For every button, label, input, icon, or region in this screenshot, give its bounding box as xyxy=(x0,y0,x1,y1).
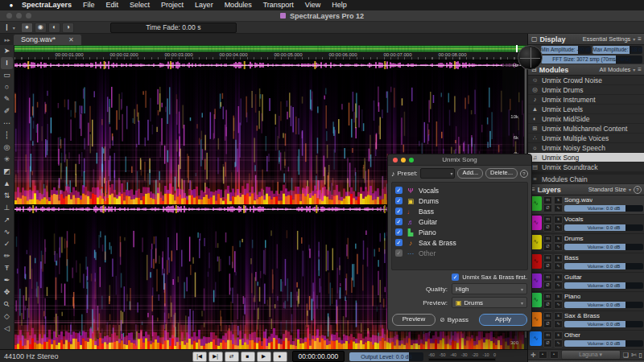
stem-row-sax-brass[interactable]: ✓♪Sax & Brass xyxy=(395,237,524,248)
harmonics-selection-tool[interactable]: ✳ xyxy=(1,154,13,166)
playback-tool[interactable]: ◁ xyxy=(1,323,13,335)
quality-select[interactable]: High ▾ xyxy=(452,283,527,294)
phase-button[interactable]: Ø xyxy=(543,262,552,270)
volume-slider[interactable]: Volume: 0.0 dB xyxy=(564,321,643,327)
layer-row-bass[interactable]: ∿msBassØ∿Volume: 0.0 dB xyxy=(528,253,644,273)
display-preset-select[interactable]: Essential Settings xyxy=(583,35,631,43)
eyedropper-tool[interactable]: ✒ xyxy=(1,274,13,286)
modules-menu-icon[interactable]: ≡ xyxy=(638,66,642,73)
mute-button[interactable]: m xyxy=(543,216,552,224)
menu-project[interactable]: Project xyxy=(155,0,189,10)
phase-button[interactable]: Ø xyxy=(543,320,552,328)
stem-checkbox-sax-brass[interactable]: ✓ xyxy=(395,239,402,246)
mute-button[interactable]: m xyxy=(543,196,552,204)
volume-slider[interactable]: Volume: 0.0 dB xyxy=(564,340,643,347)
waveform-left[interactable] xyxy=(14,60,527,70)
volume-slider[interactable]: Volume: 0.0 dB xyxy=(564,244,643,250)
envelope-button[interactable]: ∿ xyxy=(554,204,563,212)
envelope-button[interactable]: ∿ xyxy=(554,320,563,328)
volume-slider[interactable]: Volume: 0.0 dB xyxy=(564,263,643,269)
frequency-selection-tool[interactable]: ◎ xyxy=(1,142,13,154)
subtract-selection-mode[interactable]: ◐ xyxy=(48,23,60,33)
dialog-window-controls[interactable] xyxy=(393,158,414,162)
layers-panel-header[interactable]: ≡ Layers Standard Size ▾ ? xyxy=(528,184,644,195)
bypass-button[interactable]: ⊘ Bypass xyxy=(440,316,469,323)
colormap-select[interactable]: Laguna ▾ xyxy=(561,350,621,360)
envelope-button[interactable]: ∿ xyxy=(554,282,563,290)
fft-size-slider[interactable]: FFT Size: 3072 smp (70ms/14Hz) xyxy=(541,56,642,64)
overview-bar[interactable] xyxy=(14,45,527,52)
layers-size-select[interactable]: Standard Size xyxy=(588,186,626,193)
envelope-button[interactable]: ∿ xyxy=(554,339,563,348)
go-to-start-button[interactable]: |◀ xyxy=(192,352,207,362)
preset-select[interactable]: ▾ xyxy=(420,168,456,179)
unmix-first-checkbox[interactable]: ✓ xyxy=(452,274,459,281)
stem-checkbox-drums[interactable]: ✓ xyxy=(395,197,402,204)
new-layer-icon[interactable]: ❏ xyxy=(623,352,629,359)
stem-row-other[interactable]: ✓···Other xyxy=(395,248,524,258)
menu-layer[interactable]: Layer xyxy=(189,0,219,10)
volume-slider[interactable]: Volume: 0.0 dB xyxy=(564,302,643,308)
modules-panel-header[interactable]: ⊟ Modules All Modules ▾ ≡ xyxy=(528,64,644,76)
layer-row-drums[interactable]: ∿msDrumsØ∿Volume: 0.0 dB xyxy=(528,234,644,253)
module-item-unmix-instrument[interactable]: ♪Unmix Instrument xyxy=(528,95,644,105)
apple-menu-icon[interactable]: ● xyxy=(6,2,16,9)
brush-selection-tool[interactable]: ✎ xyxy=(1,93,13,105)
mark-tool[interactable]: ✓ xyxy=(1,238,13,250)
curve-tool[interactable]: ∿ xyxy=(1,226,13,238)
record-button[interactable]: ● xyxy=(273,352,287,362)
envelope-button[interactable]: ∿ xyxy=(554,301,563,309)
module-item-unmix-song[interactable]: ♫Unmix Song xyxy=(528,153,644,162)
preview-button[interactable]: Preview xyxy=(392,314,436,326)
min-amplitude-slider[interactable]: Min Amplitude: -90 dB xyxy=(541,46,591,54)
menu-view[interactable]: View xyxy=(299,0,326,10)
navigator-ball[interactable] xyxy=(518,45,543,70)
layer-row-guitar[interactable]: ∿msGuitarØ∿Volume: 0.0 dB xyxy=(528,273,644,292)
zoom-window-icon[interactable] xyxy=(26,13,31,19)
lasso-selection-tool[interactable]: ✐ xyxy=(1,105,13,117)
split-layer-icon[interactable]: ✄ xyxy=(631,352,637,359)
window-controls[interactable] xyxy=(6,13,31,19)
display-panel-header[interactable]: ▢ Display Essential Settings ▾ ≡ xyxy=(528,34,644,45)
module-item-modules-chain[interactable]: ≡Modules Chain xyxy=(528,175,644,184)
mute-button[interactable]: m xyxy=(543,312,552,320)
layer-row-vocals[interactable]: ∿msVocalsØ∿Volume: 0.0 dB xyxy=(528,215,644,234)
module-item-unmix-mid-side[interactable]: ◐Unmix Mid/Side xyxy=(528,114,644,124)
solo-button[interactable]: s xyxy=(554,274,563,282)
vertical-line-tool[interactable]: ┆ xyxy=(1,130,13,142)
eraser-tool[interactable]: ◩ xyxy=(1,166,13,178)
module-item-unmix-multichannel-content[interactable]: ⊞Unmix Multichannel Content xyxy=(528,124,644,134)
delete-layer-icon[interactable]: ▯ xyxy=(639,352,642,359)
module-item-unmix-multiple-voices[interactable]: ∴Unmix Multiple Voices xyxy=(528,134,644,143)
current-tool-icon[interactable]: I xyxy=(3,23,10,32)
dialog-close-icon[interactable] xyxy=(393,158,398,162)
replace-selection-mode[interactable]: ● xyxy=(21,23,33,33)
phase-button[interactable]: Ø xyxy=(543,301,552,309)
stem-checkbox-guitar[interactable]: ✓ xyxy=(395,218,402,225)
menu-transport[interactable]: Transport xyxy=(258,0,299,10)
minimize-window-icon[interactable] xyxy=(16,13,22,19)
menu-modules[interactable]: Modules xyxy=(219,0,258,10)
play-button[interactable]: ▶ xyxy=(257,352,271,362)
layer-row-song-wav[interactable]: ∿msSong.wavØ∿Volume: 0.0 dB xyxy=(528,195,644,215)
transform-tool[interactable]: ↗ xyxy=(1,214,13,226)
add-selection-mode[interactable]: ◉ xyxy=(35,23,47,33)
modules-filter-select[interactable]: All Modules xyxy=(600,66,631,73)
volume-slider[interactable]: Volume: 0.0 dB xyxy=(564,282,643,289)
pencil-tool[interactable]: ✏ xyxy=(1,250,13,262)
layer-source-icon[interactable]: ✛ xyxy=(530,352,536,359)
stem-row-piano[interactable]: ✓▙Piano xyxy=(395,227,524,237)
stem-row-bass[interactable]: ✓♩Bass xyxy=(395,206,524,216)
layer-option-b-button[interactable]: ▪ xyxy=(550,351,559,359)
stem-checkbox-bass[interactable]: ✓ xyxy=(395,208,402,215)
dialog-minimize-icon[interactable] xyxy=(401,158,406,162)
solo-button[interactable]: s xyxy=(554,312,563,320)
tab-song-wav[interactable]: Song.wav* ✕ xyxy=(14,35,81,45)
fade-tool[interactable]: Ŧ xyxy=(1,262,13,274)
phase-button[interactable]: Ø xyxy=(543,282,552,290)
close-window-icon[interactable] xyxy=(6,13,12,19)
ellipse-selection-tool[interactable]: ○ xyxy=(1,81,13,93)
layer-option-a-button[interactable]: ▪ xyxy=(539,351,547,359)
dialog-help-icon[interactable]: ? xyxy=(520,170,528,178)
intersect-selection-mode[interactable]: ◑ xyxy=(62,23,74,33)
